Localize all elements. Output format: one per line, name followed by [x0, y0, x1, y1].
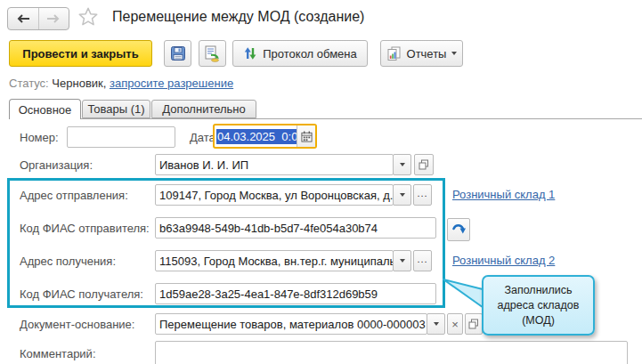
request-permission-link[interactable]: запросите разрешение: [110, 77, 233, 90]
tab-goods[interactable]: Товары (1): [82, 100, 150, 118]
fias-to-input[interactable]: 1d59ae28-3a25-4ea1-847e-8df312d69b59: [155, 283, 436, 304]
refill-addresses-button[interactable]: [447, 218, 470, 241]
fias-from-input[interactable]: b63a9948-549b-41db-b5d7-4fe054a30b74: [155, 217, 436, 239]
calendar-icon: [301, 131, 313, 142]
callout-tooltip: Заполнились адреса складов (МОД): [482, 275, 595, 336]
address-from-input[interactable]: 109147, Город Москва, ул Воронцовская, д…: [155, 184, 394, 206]
address-to-input[interactable]: 115093, Город Москва, вн.тер.г. муниципа…: [155, 250, 394, 271]
base-document-dropdown-button[interactable]: [427, 313, 445, 335]
base-document-clear-button[interactable]: ×: [447, 313, 463, 335]
calendar-button[interactable]: [297, 125, 315, 147]
fias-to-label: Код ФИАС получателя:: [20, 287, 143, 301]
report-chart-icon: [386, 46, 402, 61]
back-button[interactable]: [8, 8, 38, 29]
base-document-input[interactable]: Перемещение товаров, материалов 0000-000…: [155, 313, 427, 335]
comment-input[interactable]: [155, 341, 628, 364]
base-document-label: Документ-основание:: [20, 318, 134, 331]
date-field-focus-ring: 04.03.2025 0:00:: [213, 124, 317, 149]
address-to-label: Адрес получения:: [20, 255, 116, 268]
post-document-button[interactable]: [199, 40, 226, 67]
warehouse1-link[interactable]: Розничный склад 1: [452, 188, 555, 201]
back-arrow-icon: [15, 13, 31, 24]
floppy-save-icon: [170, 45, 186, 61]
forward-button[interactable]: [38, 8, 69, 29]
address-to-dropdown-button[interactable]: [393, 250, 411, 271]
number-input[interactable]: [67, 126, 175, 148]
page-title: Перемещение между МОД (создание): [112, 9, 364, 25]
open-form-icon: [468, 319, 479, 329]
ellipsis-icon: ...: [417, 254, 427, 268]
address-from-choose-button[interactable]: ...: [413, 184, 432, 206]
date-selected-text: 04.03.2025 0:00:: [216, 129, 297, 144]
organization-input[interactable]: Иванов И. И. ИП: [155, 154, 394, 175]
tab-main[interactable]: Основное: [9, 99, 81, 119]
exchange-arrows-icon: [243, 46, 257, 61]
ellipsis-icon: ...: [417, 188, 427, 202]
address-from-dropdown-button[interactable]: [393, 184, 411, 206]
number-label: Номер:: [20, 131, 59, 144]
tab-additional-label: Дополнительно: [162, 102, 246, 116]
chevron-down-icon: [434, 322, 439, 326]
organization-open-button[interactable]: [414, 154, 434, 175]
open-form-icon: [419, 159, 429, 170]
chevron-down-icon: [400, 193, 405, 197]
date-input[interactable]: 04.03.2025 0:00:: [215, 125, 297, 147]
comment-label: Комментарий:: [20, 347, 96, 360]
exchange-protocol-button[interactable]: Протокол обмена: [232, 40, 368, 67]
status-value: Черновик,: [52, 77, 106, 90]
tab-main-label: Основное: [19, 103, 72, 117]
address-to-choose-button[interactable]: ...: [413, 250, 432, 271]
tab-goods-label: Товары (1): [87, 102, 144, 116]
address-from-label: Адрес отправления:: [20, 189, 128, 202]
history-nav-group: [7, 7, 69, 30]
forward-arrow-icon: [45, 13, 61, 24]
callout-tail: [438, 272, 488, 313]
base-document-open-button[interactable]: [465, 313, 483, 335]
save-button[interactable]: [164, 40, 191, 67]
refresh-arrow-icon: [450, 221, 467, 239]
status-line: Статус: Черновик, запросите разрешение: [9, 77, 233, 90]
chevron-down-icon: [400, 163, 405, 166]
callout-line3: (МОД): [522, 313, 555, 328]
status-label: Статус:: [9, 77, 49, 90]
fias-from-label: Код ФИАС отправителя:: [20, 222, 150, 235]
chevron-down-icon: [400, 259, 405, 263]
star-icon: [77, 5, 100, 28]
chevron-down-icon: [451, 52, 457, 55]
document-form-window: Перемещение между МОД (создание) Провест…: [0, 0, 642, 364]
warehouse2-link[interactable]: Розничный склад 2: [452, 254, 555, 267]
organization-label: Организация:: [20, 158, 93, 172]
exchange-protocol-label: Протокол обмена: [263, 47, 357, 61]
callout-line1: Заполнились: [504, 283, 572, 298]
post-document-icon: [204, 45, 221, 62]
organization-dropdown-button[interactable]: [393, 154, 411, 175]
post-and-close-label: Провести и закрыть: [22, 47, 138, 61]
tabstrip-baseline: [9, 118, 642, 119]
reports-button[interactable]: Отчеты: [380, 40, 463, 67]
close-icon: ×: [451, 318, 459, 331]
post-and-close-button[interactable]: Провести и закрыть: [9, 40, 152, 67]
reports-label: Отчеты: [407, 47, 447, 61]
callout-line2: адреса складов: [498, 298, 580, 313]
favorite-star-button[interactable]: [77, 5, 100, 28]
tab-additional[interactable]: Дополнительно: [151, 100, 256, 118]
